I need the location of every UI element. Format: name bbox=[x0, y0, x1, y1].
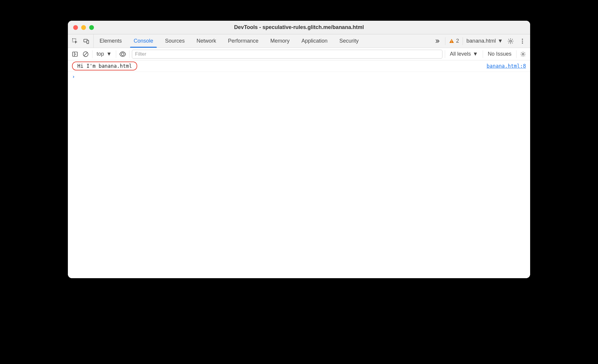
tab-label: Memory bbox=[270, 38, 290, 44]
tab-console[interactable]: Console bbox=[128, 34, 159, 48]
separator bbox=[92, 50, 92, 58]
toggle-sidebar-icon[interactable] bbox=[71, 50, 79, 58]
tab-sources[interactable]: Sources bbox=[159, 34, 191, 48]
svg-point-5 bbox=[510, 40, 511, 42]
svg-rect-4 bbox=[451, 42, 452, 43]
warnings-indicator[interactable]: 2 bbox=[449, 38, 459, 44]
issues-label: No Issues bbox=[488, 51, 511, 57]
chevron-down-icon: ▼ bbox=[498, 38, 503, 44]
console-toolbar: top ▼ All levels ▼ No Issues bbox=[68, 48, 530, 60]
console-output: Hi I'm banana.html banana.html:8 › bbox=[68, 60, 530, 278]
tab-label: Network bbox=[196, 38, 216, 44]
context-label: top bbox=[97, 51, 104, 57]
window-title: DevTools - speculative-rules.glitch.me/b… bbox=[68, 24, 530, 30]
tab-performance[interactable]: Performance bbox=[222, 34, 264, 48]
titlebar: DevTools - speculative-rules.glitch.me/b… bbox=[68, 21, 530, 34]
levels-label: All levels bbox=[450, 51, 471, 57]
maximize-window-button[interactable] bbox=[89, 25, 94, 30]
svg-line-12 bbox=[84, 52, 87, 56]
devtools-window: DevTools - speculative-rules.glitch.me/b… bbox=[68, 21, 530, 278]
svg-rect-3 bbox=[451, 40, 452, 42]
separator bbox=[129, 50, 129, 58]
tab-label: Elements bbox=[100, 38, 122, 44]
svg-rect-2 bbox=[87, 40, 89, 44]
tab-label: Performance bbox=[228, 38, 258, 44]
separator bbox=[483, 50, 483, 58]
svg-point-14 bbox=[522, 53, 524, 55]
console-log-source-link[interactable]: banana.html:8 bbox=[487, 63, 526, 69]
inspect-element-icon[interactable] bbox=[71, 37, 79, 45]
console-log-row: Hi I'm banana.html banana.html:8 bbox=[68, 60, 530, 72]
filter-input[interactable] bbox=[132, 50, 442, 59]
warning-count: 2 bbox=[456, 38, 459, 44]
chevron-down-icon: ▼ bbox=[473, 51, 478, 57]
tab-label: Sources bbox=[165, 38, 185, 44]
traffic-lights bbox=[68, 25, 94, 30]
svg-point-7 bbox=[522, 41, 523, 42]
console-settings-icon[interactable] bbox=[519, 50, 527, 58]
separator bbox=[116, 50, 116, 58]
more-tabs-icon[interactable] bbox=[433, 37, 442, 45]
separator bbox=[516, 50, 517, 58]
tabs-right-actions: 2 banana.html ▼ bbox=[430, 34, 530, 48]
panel-tabs: Elements Console Sources Network Perform… bbox=[94, 34, 364, 48]
console-prompt[interactable]: › bbox=[68, 72, 530, 81]
svg-point-8 bbox=[522, 42, 523, 44]
chevron-down-icon: ▼ bbox=[106, 51, 112, 57]
minimize-window-button[interactable] bbox=[81, 25, 86, 30]
tab-memory[interactable]: Memory bbox=[264, 34, 295, 48]
close-window-button[interactable] bbox=[73, 25, 78, 30]
warning-icon bbox=[449, 38, 454, 44]
tab-label: Security bbox=[339, 38, 359, 44]
kebab-menu-icon[interactable] bbox=[518, 37, 527, 45]
tab-label: Application bbox=[301, 38, 327, 44]
tab-application[interactable]: Application bbox=[295, 34, 333, 48]
target-selector[interactable]: banana.html ▼ bbox=[466, 38, 503, 44]
target-label: banana.html bbox=[466, 38, 496, 44]
svg-point-13 bbox=[121, 53, 124, 55]
device-toolbar-icon[interactable] bbox=[82, 37, 90, 45]
svg-point-6 bbox=[522, 38, 523, 40]
prompt-chevron-icon: › bbox=[72, 74, 75, 80]
svg-rect-9 bbox=[73, 52, 78, 56]
live-expression-icon[interactable] bbox=[119, 50, 127, 58]
inspect-tools bbox=[68, 34, 94, 48]
tab-elements[interactable]: Elements bbox=[94, 34, 128, 48]
log-levels-selector[interactable]: All levels ▼ bbox=[447, 51, 480, 57]
issues-button[interactable]: No Issues bbox=[485, 51, 514, 57]
separator bbox=[445, 50, 445, 58]
settings-icon[interactable] bbox=[506, 37, 515, 45]
clear-console-icon[interactable] bbox=[81, 50, 90, 58]
separator bbox=[445, 37, 445, 45]
panel-tabs-bar: Elements Console Sources Network Perform… bbox=[68, 34, 530, 48]
separator bbox=[463, 37, 463, 45]
execution-context-selector[interactable]: top ▼ bbox=[95, 51, 113, 57]
console-log-message: Hi I'm banana.html bbox=[72, 62, 137, 70]
tab-security[interactable]: Security bbox=[333, 34, 364, 48]
tab-network[interactable]: Network bbox=[191, 34, 222, 48]
tab-label: Console bbox=[134, 38, 153, 44]
